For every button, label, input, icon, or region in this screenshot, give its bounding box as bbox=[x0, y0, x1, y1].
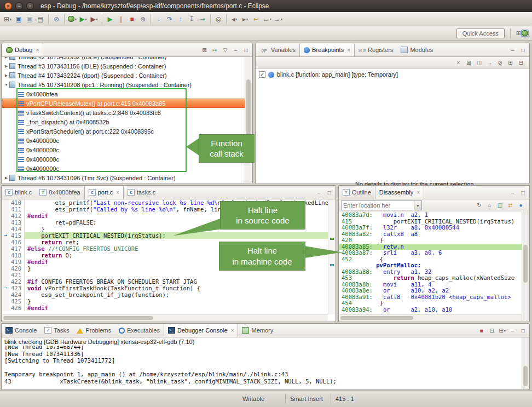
home-icon[interactable]: ⌂ bbox=[485, 200, 494, 210]
suspend-icon[interactable]: ∥ bbox=[115, 13, 126, 25]
maximize-icon[interactable]: □ bbox=[325, 188, 334, 197]
terminate-icon[interactable]: ■ bbox=[126, 13, 137, 25]
save-icon[interactable]: ▣ bbox=[13, 13, 24, 25]
editor-hscrollbar[interactable] bbox=[2, 314, 328, 321]
stack-frame-row[interactable]: 0x4000000c bbox=[2, 164, 245, 173]
thread-row[interactable]: ▶Thread #2 1073431932 (IDLE) (Suspended … bbox=[2, 57, 245, 61]
search-icon[interactable]: ◎ bbox=[213, 13, 224, 25]
stack-frame-row[interactable]: 0x4000000c bbox=[2, 136, 245, 145]
collapse-icon[interactable]: ▼ bbox=[3, 83, 9, 87]
tab-modules[interactable]: Modules bbox=[397, 43, 437, 56]
quick-access-button[interactable]: Quick Access bbox=[456, 28, 505, 38]
thread-row[interactable]: ▼Thread #5 1073410208 (ipc1 : Running) (… bbox=[2, 80, 245, 89]
location-input[interactable] bbox=[342, 202, 414, 209]
display-selected-console-icon[interactable]: ⊡ bbox=[487, 326, 496, 335]
sync-selection-icon[interactable]: ⇄ bbox=[506, 200, 515, 210]
tab-tasks[interactable]: Tasks bbox=[41, 324, 73, 337]
location-combo[interactable]: ▼ bbox=[341, 200, 422, 210]
toggle-breakpoint-icon[interactable]: ● bbox=[516, 200, 525, 210]
stack-frame-row[interactable]: 0x4000000c bbox=[2, 145, 245, 154]
step-over-icon[interactable]: ↷ bbox=[164, 13, 175, 25]
tab-problems[interactable]: Problems bbox=[73, 324, 114, 337]
open-console-icon[interactable]: ⊞▾ bbox=[498, 326, 507, 335]
remove-all-terminated-icon[interactable]: ⊠ bbox=[200, 45, 209, 55]
minimize-icon[interactable]: – bbox=[508, 45, 517, 55]
halt-line-mark[interactable] bbox=[330, 238, 334, 240]
minimize-icon[interactable]: – bbox=[508, 188, 517, 197]
expand-icon[interactable]: ▶ bbox=[3, 176, 9, 180]
close-icon[interactable]: × bbox=[36, 47, 39, 53]
remove-breakpoint-icon[interactable]: × bbox=[454, 58, 463, 67]
new-icon[interactable]: ⊞▾ bbox=[2, 13, 13, 25]
disassembly-content[interactable]: 40083a7d: movi.n a2, 1415 portEXIT_CRITI… bbox=[339, 212, 522, 314]
maximize-icon[interactable]: □ bbox=[518, 188, 528, 197]
breakpoint-checkbox[interactable]: ✓ bbox=[259, 71, 265, 78]
tab-disassembly[interactable]: Disassembly× bbox=[375, 186, 424, 199]
thread-row[interactable]: ▶Thread #4 1073432224 (dport) (Suspended… bbox=[2, 71, 245, 80]
close-icon[interactable]: × bbox=[417, 190, 420, 196]
tab-port-c[interactable]: port.c× bbox=[84, 186, 124, 199]
debug-perspective-icon[interactable] bbox=[521, 30, 529, 37]
expand-icon[interactable]: ▶ bbox=[3, 57, 9, 59]
minimize-icon[interactable]: – bbox=[508, 326, 517, 335]
tab-memory[interactable]: Memory bbox=[238, 324, 277, 337]
minimize-window-icon[interactable]: – bbox=[15, 2, 23, 10]
tab-breakpoints[interactable]: Breakpoints× bbox=[299, 43, 355, 56]
tab-registers[interactable]: Registers bbox=[355, 43, 397, 56]
next-annotation-icon[interactable]: ▸▾ bbox=[240, 13, 251, 25]
tab-variables[interactable]: Variables bbox=[256, 43, 299, 56]
close-icon[interactable]: × bbox=[231, 328, 234, 334]
external-tools-icon[interactable]: ▶▾ bbox=[89, 13, 100, 25]
stack-frame-row[interactable]: vPortCPUReleaseMutex() at port.c:415 0x4… bbox=[2, 99, 245, 108]
terminate-icon[interactable]: ■ bbox=[477, 326, 486, 335]
remove-all-breakpoints-icon[interactable]: ⊠ bbox=[464, 58, 473, 67]
stack-frame-row[interactable]: 0x4000000c bbox=[2, 154, 245, 164]
run-icon[interactable]: ▶▾ bbox=[78, 13, 89, 25]
step-into-icon[interactable]: ↓ bbox=[153, 13, 164, 25]
code-editor[interactable]: 410 ets_printf("Last non-recursive lock … bbox=[2, 199, 328, 314]
save-all-icon[interactable]: ▣ bbox=[24, 13, 35, 25]
close-icon[interactable]: × bbox=[116, 190, 119, 196]
close-window-icon[interactable]: × bbox=[4, 2, 12, 10]
maximize-window-icon[interactable]: ▫ bbox=[26, 2, 34, 10]
forward-icon[interactable]: →▾ bbox=[273, 13, 284, 25]
minimize-icon[interactable]: – bbox=[231, 45, 240, 55]
scrollbar-thumb[interactable] bbox=[523, 245, 528, 283]
scrollbar-thumb[interactable] bbox=[246, 79, 251, 136]
tab-console[interactable]: Console bbox=[2, 324, 41, 337]
resume-icon[interactable]: ▶ bbox=[105, 13, 115, 25]
location-dropdown-icon[interactable]: ▼ bbox=[414, 201, 421, 210]
instruction-stepping-icon[interactable]: ⇢ bbox=[197, 13, 208, 25]
stack-frame-row[interactable]: 0x4000bfea bbox=[2, 89, 245, 99]
disconnect-icon[interactable]: ⊗ bbox=[137, 13, 148, 25]
instruction-stepping-mode-icon[interactable]: ↦ bbox=[210, 45, 219, 55]
scrollbar-thumb[interactable] bbox=[523, 366, 528, 387]
open-perspective-icon[interactable]: ⊞ bbox=[516, 30, 521, 37]
maximize-icon[interactable]: □ bbox=[518, 45, 528, 55]
debug-tree[interactable]: ▶Thread #2 1073431932 (IDLE) (Suspended … bbox=[2, 57, 245, 183]
stack-frame-row[interactable]: vTaskSwitchContext() at tasks.c:2,846 0x… bbox=[2, 108, 245, 117]
thread-row[interactable]: ▶Thread #6 1073431096 (Tmr Svc) (Suspend… bbox=[2, 173, 245, 182]
minimize-icon[interactable]: – bbox=[314, 188, 323, 197]
maximize-icon[interactable]: □ bbox=[241, 45, 251, 55]
skip-all-breakpoints-icon[interactable]: ⊘ bbox=[495, 58, 505, 67]
tab-0x4000bfea[interactable]: 0x4000bfea bbox=[36, 186, 84, 199]
expand-icon[interactable]: ▶ bbox=[3, 64, 9, 68]
console-output[interactable]: [New Thread 1073468744][New Thread 10734… bbox=[2, 346, 522, 389]
step-return-icon[interactable]: ↑ bbox=[175, 13, 186, 25]
overview-ruler[interactable] bbox=[328, 199, 335, 314]
show-supported-breakpoints-icon[interactable]: ◫ bbox=[475, 58, 484, 67]
stack-frame-row[interactable]: _frxt_dispatch() at 0x4008532b bbox=[2, 117, 245, 127]
scrollbar-thumb[interactable] bbox=[3, 316, 153, 320]
console-vscrollbar[interactable] bbox=[522, 337, 529, 389]
disassembly-vscrollbar[interactable] bbox=[522, 212, 529, 321]
debug-icon[interactable]: ▾ bbox=[67, 13, 78, 25]
refresh-icon[interactable]: ↻ bbox=[475, 200, 484, 210]
tab-debug[interactable]: Debug× bbox=[2, 43, 43, 56]
skip-all-breakpoints-icon[interactable]: ⊘ bbox=[51, 13, 62, 25]
view-menu-icon[interactable]: ▽ bbox=[221, 45, 230, 55]
expand-icon[interactable]: ▶ bbox=[3, 73, 9, 78]
scrollbar-thumb[interactable] bbox=[340, 316, 413, 320]
debug-vscrollbar[interactable] bbox=[245, 57, 252, 183]
show-source-icon[interactable]: ◫ bbox=[495, 200, 505, 210]
